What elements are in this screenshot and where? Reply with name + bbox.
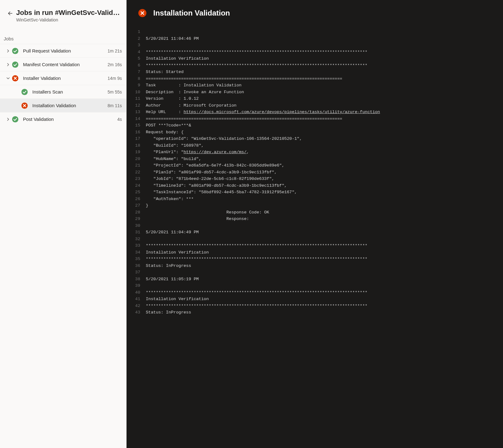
log-pane: Installation Validation 125/20/2021 11:0… bbox=[127, 0, 503, 448]
log-line: 10Description : Invoke an Azure Function bbox=[127, 89, 503, 96]
chevron-right-icon[interactable] bbox=[4, 49, 12, 53]
log-line: 14======================================… bbox=[127, 116, 503, 122]
line-text bbox=[146, 29, 503, 35]
log-line: 32 bbox=[127, 236, 503, 243]
chevron-right-icon[interactable] bbox=[4, 117, 12, 121]
log-line: 40**************************************… bbox=[127, 289, 503, 296]
line-text: ****************************************… bbox=[146, 256, 503, 263]
line-number: 31 bbox=[127, 229, 146, 236]
line-text: 5/20/2021 11:04:46 PM bbox=[146, 35, 503, 42]
line-text bbox=[146, 282, 503, 289]
line-text: ****************************************… bbox=[146, 49, 503, 56]
line-number: 20 bbox=[127, 156, 146, 162]
log-line: 29 Response: bbox=[127, 216, 503, 222]
log-body[interactable]: 125/20/2021 11:04:46 PM34***************… bbox=[127, 23, 503, 448]
svg-point-1 bbox=[12, 48, 18, 54]
log-header: Installation Validation bbox=[127, 0, 503, 23]
log-line: 13Help URL : https://docs.microsoft.com/… bbox=[127, 109, 503, 116]
chevron-right-icon[interactable] bbox=[4, 63, 12, 66]
line-text: 5/20/2021 11:04:49 PM bbox=[146, 229, 503, 236]
line-number: 34 bbox=[127, 249, 146, 256]
log-line: 19 "PlanUrl": "https://dev.azure.com/ms/… bbox=[127, 149, 503, 156]
line-number: 17 bbox=[127, 135, 146, 142]
line-text: "TaskInstanceId": "58bdf892-4e45-5ba7-47… bbox=[146, 189, 503, 196]
log-line: 36Status: InProgress bbox=[127, 263, 503, 269]
line-number: 43 bbox=[127, 309, 146, 316]
log-line: 25/20/2021 11:04:46 PM bbox=[127, 35, 503, 42]
line-text: "PlanUrl": "https://dev.azure.com/ms/, bbox=[146, 149, 503, 156]
line-text bbox=[146, 236, 503, 243]
job-row[interactable]: Manifest Content Validation2m 16s bbox=[0, 57, 126, 71]
log-line: 33**************************************… bbox=[127, 242, 503, 249]
success-icon bbox=[21, 89, 28, 95]
log-line: 385/20/2021 11:05:19 PM bbox=[127, 276, 503, 283]
log-line: 315/20/2021 11:04:49 PM bbox=[127, 229, 503, 236]
log-line: 12Author : Microsoft Corporation bbox=[127, 102, 503, 109]
log-line: 26 "AuthToken": *** bbox=[127, 196, 503, 203]
line-number: 10 bbox=[127, 89, 146, 96]
log-line: 6***************************************… bbox=[127, 62, 503, 69]
chevron-down-icon[interactable] bbox=[4, 76, 12, 80]
line-text: "TimelineId": "a801af90-db57-4cdc-a3b9-1… bbox=[146, 182, 503, 189]
line-number: 37 bbox=[127, 269, 146, 276]
log-title: Installation Validation bbox=[153, 9, 230, 17]
line-number: 36 bbox=[127, 263, 146, 269]
job-row[interactable]: Post Validation4s bbox=[0, 112, 126, 126]
line-number: 32 bbox=[127, 236, 146, 243]
line-text: ========================================… bbox=[146, 75, 503, 82]
jobs-section-label: Jobs bbox=[0, 27, 126, 44]
log-line: 1 bbox=[127, 29, 503, 35]
log-line: 20 "HubName": "build", bbox=[127, 156, 503, 162]
line-text: ****************************************… bbox=[146, 62, 503, 69]
line-text: Status: InProgress bbox=[146, 263, 503, 269]
line-text: ========================================… bbox=[146, 116, 503, 122]
job-label: Manifest Content Validation bbox=[23, 62, 108, 67]
line-number: 15 bbox=[127, 122, 146, 129]
line-text: "ProjectId": "ed6a5dfa-6e7f-413b-842c-83… bbox=[146, 162, 503, 169]
line-text: Version : 1.0.12 bbox=[146, 95, 503, 102]
line-number: 24 bbox=[127, 182, 146, 189]
log-line: 16Request body: { bbox=[127, 129, 503, 136]
line-text: "operationId": "WinGetSvc-Validation-106… bbox=[146, 135, 503, 142]
line-number: 16 bbox=[127, 129, 146, 136]
line-text: Author : Microsoft Corporation bbox=[146, 102, 503, 109]
log-line: 24 "TimelineId": "a801af90-db57-4cdc-a3b… bbox=[127, 182, 503, 189]
line-text: Response: bbox=[146, 216, 503, 222]
line-text bbox=[146, 42, 503, 49]
log-line: 41Installation Verification bbox=[127, 296, 503, 303]
svg-point-6 bbox=[12, 116, 18, 122]
jobs-sidebar: Jobs in run #WinGetSvc-Valida… WinGetSvc… bbox=[0, 0, 127, 448]
job-row[interactable]: Pull Request Validation1m 21s bbox=[0, 44, 126, 57]
log-link[interactable]: https://docs.microsoft.com/azure/devops/… bbox=[184, 110, 380, 114]
back-arrow-icon[interactable] bbox=[7, 11, 13, 17]
step-row[interactable]: Installers Scan5m 55s bbox=[0, 85, 126, 98]
line-number: 38 bbox=[127, 276, 146, 283]
line-number: 19 bbox=[127, 149, 146, 156]
log-line: 30 bbox=[127, 222, 503, 229]
line-text: ****************************************… bbox=[146, 242, 503, 249]
success-icon bbox=[12, 61, 19, 68]
log-link[interactable]: https://dev.azure.com/ms/ bbox=[184, 150, 247, 154]
line-number: 5 bbox=[127, 55, 146, 62]
line-text: Description : Invoke an Azure Function bbox=[146, 89, 503, 96]
step-duration: 5m 55s bbox=[108, 89, 122, 94]
svg-point-4 bbox=[21, 89, 28, 95]
log-line: 39 bbox=[127, 282, 503, 289]
log-line: 25 "TaskInstanceId": "58bdf892-4e45-5ba7… bbox=[127, 189, 503, 196]
line-text: "PlanId": "a801af90-db57-4cdc-a3b9-1bc9e… bbox=[146, 169, 503, 176]
line-text bbox=[146, 222, 503, 229]
line-number: 13 bbox=[127, 109, 146, 116]
line-text: Installation Verification bbox=[146, 249, 503, 256]
log-line: 37 bbox=[127, 269, 503, 276]
log-line: 9Task : Installation Validation bbox=[127, 82, 503, 89]
line-number: 27 bbox=[127, 202, 146, 209]
log-line: 11Version : 1.0.12 bbox=[127, 95, 503, 102]
line-number: 2 bbox=[127, 35, 146, 42]
job-duration: 2m 16s bbox=[108, 62, 122, 67]
step-row[interactable]: Installation Validation8m 11s bbox=[0, 98, 126, 112]
line-text: Installation Verification bbox=[146, 55, 503, 62]
job-label: Post Validation bbox=[23, 117, 117, 122]
line-number: 7 bbox=[127, 69, 146, 75]
log-line: 3 bbox=[127, 42, 503, 49]
job-row[interactable]: Installer Validation14m 9s bbox=[0, 71, 126, 85]
